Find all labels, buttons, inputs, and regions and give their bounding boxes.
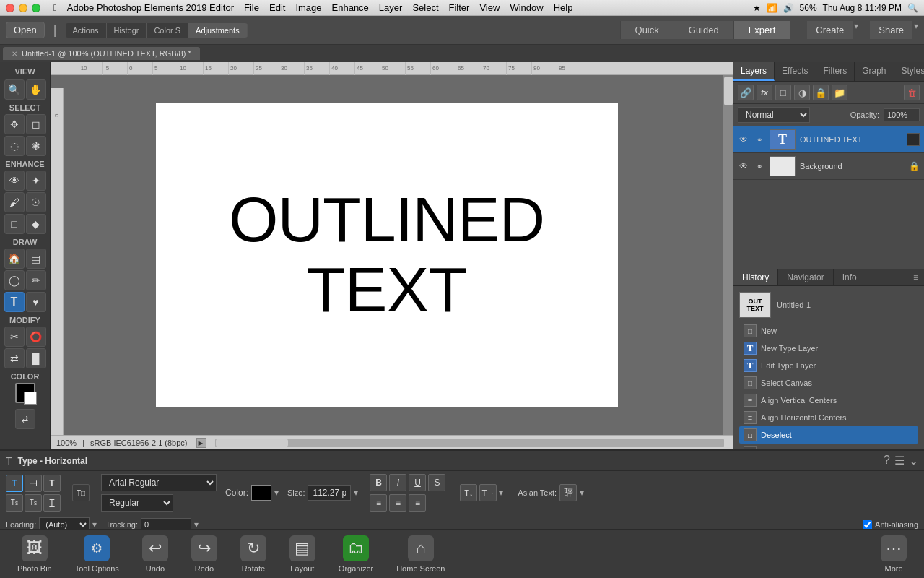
eyedropper-tool[interactable]: 👁	[4, 171, 25, 191]
options-help-icon[interactable]: ?	[884, 454, 890, 467]
taskbar-photo-bin[interactable]: 🖼 Photo Bin	[6, 532, 64, 576]
type-mask-btn[interactable]: T□	[72, 484, 90, 501]
menu-image[interactable]: Image	[291, 2, 326, 13]
taskbar-organizer[interactable]: 🗂 Organizer	[327, 532, 385, 576]
align-left-btn[interactable]: ≡	[370, 494, 387, 512]
tab-actions[interactable]: Actions	[66, 23, 107, 38]
color-dropdown-arrow[interactable]: ▾	[274, 488, 279, 498]
align-center-btn[interactable]: ≡	[389, 494, 406, 512]
history-item-align-h[interactable]: ≡ Align Horizontal Centers	[739, 409, 918, 426]
taskbar-undo[interactable]: ↩ Undo	[131, 532, 180, 576]
menu-window[interactable]: Window	[505, 2, 547, 13]
history-item-deselect[interactable]: □ Deselect	[739, 426, 918, 444]
type-subscript-btn[interactable]: Ts	[6, 494, 23, 512]
layer-visibility-icon[interactable]: 👁	[738, 160, 749, 172]
brush-tool[interactable]: 🖌	[4, 192, 25, 212]
document-tab[interactable]: ✕ Untitled-1 @ 100% (OUTLINED TEXT, RGB/…	[3, 47, 200, 60]
menu-enhance[interactable]: Enhance	[328, 2, 373, 13]
layer-item-outlined-text[interactable]: 👁 ⚭ T OUTLINED TEXT	[733, 126, 924, 153]
gradient-tool[interactable]: ▤	[26, 249, 46, 269]
history-item-align-v[interactable]: ≡ Align Vertical Centers	[739, 392, 918, 409]
taskbar-more[interactable]: ⋯ More	[869, 532, 918, 576]
history-item-edit-type-layer[interactable]: T Edit Type Layer	[739, 357, 918, 374]
layer-link-icon[interactable]: 🔗	[738, 85, 754, 100]
tab-histogram[interactable]: Histogr	[107, 23, 147, 38]
history-item-new-type-layer[interactable]: T New Type Layer	[739, 340, 918, 357]
background-color[interactable]	[24, 392, 37, 405]
taskbar-home-screen[interactable]: ⌂ Home Screen	[385, 532, 456, 576]
tracking-dropdown[interactable]: ▾	[194, 519, 199, 530]
bold-btn[interactable]: B	[370, 474, 387, 491]
mode-quick[interactable]: Quick	[620, 21, 674, 39]
opacity-input[interactable]	[884, 108, 920, 121]
sharpen-tool[interactable]: ◆	[26, 214, 46, 234]
taskbar-rotate[interactable]: ↻ Rotate	[229, 532, 278, 576]
mac-window-controls[interactable]	[6, 4, 40, 12]
vertical-scroll-thumb[interactable]	[724, 77, 733, 105]
options-close-icon[interactable]: ⌄	[909, 454, 918, 467]
recompose-tool[interactable]: █	[26, 348, 46, 368]
share-button[interactable]: Share	[870, 21, 912, 39]
text-vertical-orient-btn[interactable]: T↓	[460, 484, 477, 501]
type-tool[interactable]: T	[4, 292, 25, 312]
menu-apple[interactable]: 	[49, 2, 61, 13]
blend-mode-select[interactable]: Normal	[738, 107, 810, 123]
layer-lock-icon[interactable]: 🔒	[813, 85, 829, 100]
lasso-tool[interactable]: ◌	[4, 136, 25, 156]
italic-btn[interactable]: I	[389, 474, 406, 491]
menu-help[interactable]: Help	[549, 2, 578, 13]
align-right-btn[interactable]: ≡	[409, 494, 426, 512]
layer-mask-icon[interactable]: □	[775, 85, 791, 100]
switch-colors[interactable]: ⇄	[15, 409, 35, 429]
size-dropdown-arrow[interactable]: ▾	[354, 488, 358, 498]
font-size-input[interactable]	[308, 485, 351, 501]
taskbar-tool-options[interactable]: ⚙ Tool Options	[64, 532, 131, 576]
tab-graph[interactable]: Graph	[855, 62, 894, 81]
tab-info[interactable]: Info	[834, 269, 866, 285]
menu-view[interactable]: View	[475, 2, 504, 13]
tab-close-icon[interactable]: ✕	[12, 50, 17, 58]
text-color-box[interactable]	[251, 485, 271, 501]
tab-effects[interactable]: Effects	[775, 62, 816, 81]
clone-stamp-tool[interactable]: ☉	[26, 192, 46, 212]
layer-group-icon[interactable]: 📁	[832, 85, 847, 100]
menu-app[interactable]: Adobe Photoshop Elements 2019 Editor	[63, 2, 238, 13]
mode-guided[interactable]: Guided	[674, 21, 733, 39]
history-item-apply-style[interactable]: □ Apply Style	[739, 444, 918, 449]
custom-shape-tool[interactable]: ♥	[26, 292, 46, 312]
antialiasing-checkbox[interactable]	[863, 520, 872, 530]
vertical-scrollbar[interactable]	[723, 75, 733, 435]
layer-item-background[interactable]: 👁 ⚭ Background 🔒	[733, 153, 924, 180]
dodge-tool[interactable]: ◯	[4, 270, 25, 290]
horizontal-scrollbar[interactable]	[215, 439, 724, 447]
font-style-select[interactable]: Regular	[101, 494, 173, 512]
tab-styles[interactable]: Styles	[894, 62, 924, 81]
status-arrow[interactable]: ►	[196, 438, 206, 448]
layer-fx-icon[interactable]: fx	[757, 85, 772, 100]
type-faux-bold-btn[interactable]: T	[43, 475, 61, 492]
tab-navigator[interactable]: Navigator	[778, 269, 833, 285]
text-horizontal-orient-btn[interactable]: T→	[479, 484, 497, 501]
transform-tool[interactable]: ⭕	[26, 327, 46, 347]
menu-layer[interactable]: Layer	[375, 2, 407, 13]
history-item-select-canvas[interactable]: □ Select Canvas	[739, 374, 918, 392]
mac-menu-bar[interactable]:  Adobe Photoshop Elements 2019 Editor F…	[49, 2, 577, 13]
foreground-color[interactable]	[15, 383, 35, 403]
asian-text-btn[interactable]: 辞	[559, 484, 577, 501]
horizontal-scroll-thumb[interactable]	[216, 439, 288, 447]
layer-delete-icon[interactable]: 🗑	[904, 85, 920, 100]
asian-text-dropdown[interactable]: ▾	[580, 488, 584, 498]
layer-visibility-icon[interactable]: 👁	[738, 134, 749, 145]
tab-history[interactable]: History	[733, 269, 778, 285]
pencil-tool[interactable]: ✏	[26, 270, 46, 290]
open-button[interactable]: Open	[6, 22, 45, 38]
font-family-select[interactable]: Arial Regular	[101, 474, 217, 491]
taskbar-redo[interactable]: ↪ Redo	[180, 532, 229, 576]
marquee-tool[interactable]: ◻	[26, 114, 46, 134]
canvas-viewport[interactable]: OUTLINED TEXT	[51, 75, 723, 435]
tab-color-swatches[interactable]: Color S	[147, 23, 188, 38]
options-list-icon[interactable]: ☰	[894, 454, 905, 467]
zoom-tool[interactable]: 🔍	[4, 79, 25, 100]
menu-filter[interactable]: Filter	[445, 2, 474, 13]
panel-expand-icon[interactable]: ≡	[907, 269, 924, 285]
